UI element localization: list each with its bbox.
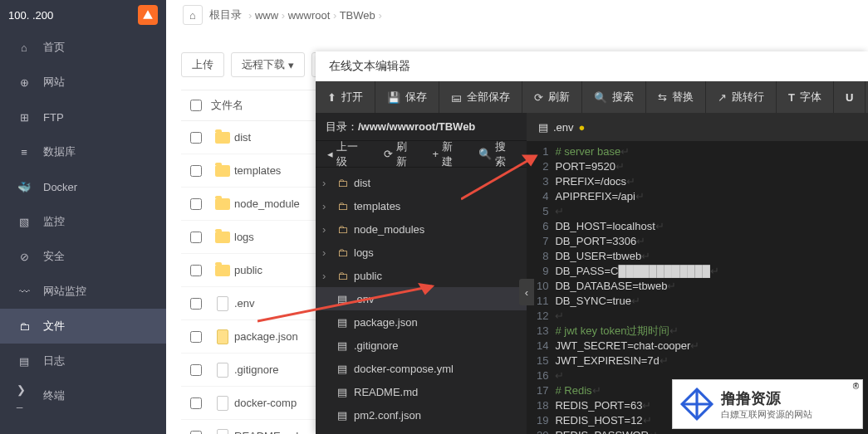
replace-button[interactable]: ⇆替换 xyxy=(646,81,706,113)
sidebar-item-4[interactable]: 🐳Docker xyxy=(0,169,166,204)
home-icon[interactable]: ⌂ xyxy=(183,5,203,25)
code-line[interactable]: ↵ xyxy=(555,204,719,219)
file-icon xyxy=(217,329,228,344)
file-icon: ▤ xyxy=(336,316,349,329)
row-checkbox[interactable] xyxy=(190,165,202,177)
tree-item[interactable]: ▤ docker-compose.yml xyxy=(316,357,527,380)
row-checkbox[interactable] xyxy=(190,298,202,310)
code-line[interactable]: JWT_SECRET=chat-cooper↵ xyxy=(555,339,719,354)
save-all-button[interactable]: 🖴全部保存 xyxy=(439,81,522,113)
code-line[interactable]: PREFIX=/docs↵ xyxy=(555,174,719,189)
sidebar-label: 网站 xyxy=(43,75,65,90)
code-line[interactable]: REDIS_PASSWOR↵ xyxy=(555,428,719,434)
sidebar-item-0[interactable]: ⌂首页 xyxy=(0,30,166,65)
sidebar-icon: ⊘ xyxy=(17,251,32,263)
code-line[interactable]: PORT=9520↵ xyxy=(555,159,719,174)
code-line[interactable]: DB_PORT=3306↵ xyxy=(555,234,719,249)
file-icon: ▤ xyxy=(336,293,349,305)
collapse-handle[interactable]: ‹ xyxy=(519,279,534,305)
code-line[interactable]: DB_USER=tbweb↵ xyxy=(555,249,719,264)
code-line[interactable]: ↵ xyxy=(555,309,719,324)
refresh-button[interactable]: ⟳刷新 xyxy=(522,81,582,113)
server-ip: 100. .200 xyxy=(8,9,138,22)
up-level-button[interactable]: ◂上一级 xyxy=(321,137,374,172)
panel-refresh-button[interactable]: ⟳刷新 xyxy=(377,137,423,172)
file-tab[interactable]: ▤.env ● xyxy=(527,113,868,141)
column-name[interactable]: 文件名 xyxy=(211,98,243,113)
sidebar-item-2[interactable]: ⊞FTP xyxy=(0,100,166,134)
breadcrumb-part[interactable]: www xyxy=(255,9,278,22)
tree-item[interactable]: ▤ pm2.conf.json xyxy=(316,403,527,427)
warning-icon: ● xyxy=(579,121,586,134)
tree-item[interactable]: ▤ package.json xyxy=(316,310,527,334)
path-label: 目录： xyxy=(326,119,358,134)
tree-item-label: dist xyxy=(354,177,370,189)
code-line[interactable]: # server base↵ xyxy=(555,144,719,159)
breadcrumb-part[interactable]: TBWeb xyxy=(340,9,375,22)
panel-search-button[interactable]: 🔍搜索 xyxy=(472,137,522,172)
row-checkbox[interactable] xyxy=(190,265,202,276)
tree-item[interactable]: ▤ .env xyxy=(316,287,527,310)
row-checkbox[interactable] xyxy=(190,198,202,210)
breadcrumb-part[interactable]: wwwroot xyxy=(288,9,331,22)
tree-item[interactable]: › 🗀 templates xyxy=(316,194,527,217)
code-line[interactable]: DB_DATABASE=tbweb↵ xyxy=(555,279,719,294)
row-checkbox[interactable] xyxy=(190,331,202,343)
tree-item[interactable]: › 🗀 dist xyxy=(316,171,527,194)
sidebar-item-8[interactable]: 🗀文件 xyxy=(0,309,166,344)
sidebar-label: 首页 xyxy=(43,40,65,55)
row-checkbox[interactable] xyxy=(190,232,202,243)
line-number: 11 xyxy=(537,294,548,309)
sidebar-label: 数据库 xyxy=(43,144,76,159)
chevron-right-icon: › xyxy=(282,9,285,22)
code-line[interactable]: JWT_EXPIRESIN=7d↵ xyxy=(555,354,719,368)
caret-icon: › xyxy=(322,246,331,259)
line-number: 15 xyxy=(537,354,548,368)
row-checkbox[interactable] xyxy=(190,132,202,144)
sidebar-item-5[interactable]: ▧监控 xyxy=(0,204,166,239)
file-name: .gitignore xyxy=(234,363,278,376)
remote-download-button[interactable]: 远程下载 ▾ xyxy=(231,52,305,77)
sidebar-item-3[interactable]: ≡数据库 xyxy=(0,134,166,169)
code-line[interactable]: DB_HOST=localhost↵ xyxy=(555,219,719,234)
code-line[interactable]: APIPREFIX=/api↵ xyxy=(555,189,719,204)
line-number: 14 xyxy=(537,339,548,354)
badge-icon[interactable] xyxy=(138,5,158,25)
tree-item[interactable]: › 🗀 node_modules xyxy=(316,217,527,241)
tree-item-label: README.md xyxy=(354,386,418,398)
sidebar-item-6[interactable]: ⊘安全 xyxy=(0,239,166,274)
tree-item[interactable]: › 🗀 public xyxy=(316,264,527,287)
upload-icon: ⬆ xyxy=(327,91,336,104)
save-button[interactable]: 💾保存 xyxy=(375,81,439,113)
select-all-checkbox[interactable] xyxy=(190,100,202,111)
sidebar-icon: ▧ xyxy=(17,216,32,228)
sidebar-icon: 〰 xyxy=(17,285,32,298)
row-checkbox[interactable] xyxy=(190,431,202,435)
search-button[interactable]: 🔍搜索 xyxy=(582,81,646,113)
font-icon: T xyxy=(788,91,795,104)
tree-item[interactable]: › 🗀 logs xyxy=(316,241,527,264)
row-checkbox[interactable] xyxy=(190,364,202,376)
open-button[interactable]: ⬆打开 xyxy=(316,81,375,113)
font-button[interactable]: T字体 xyxy=(777,81,834,113)
sidebar-item-10[interactable]: ❯_终端 xyxy=(0,378,166,413)
replace-icon: ⇆ xyxy=(658,91,667,104)
goto-button[interactable]: ↗跳转行 xyxy=(706,81,777,113)
upload-button[interactable]: 上传 xyxy=(181,52,224,77)
code-line[interactable]: # jwt key token过期时间↵ xyxy=(555,324,719,339)
u-button[interactable]: U xyxy=(834,81,866,113)
sidebar-item-7[interactable]: 〰网站监控 xyxy=(0,274,166,309)
code-line[interactable]: DB_PASS=C████████████↵ xyxy=(555,264,719,279)
panel-new-button[interactable]: +新建 xyxy=(426,137,469,172)
file-icon: ▤ xyxy=(336,339,349,352)
tree-item[interactable]: ▤ .gitignore xyxy=(316,334,527,357)
sidebar-item-9[interactable]: ▤日志 xyxy=(0,344,166,378)
editor-title: 在线文本编辑器 xyxy=(316,51,868,81)
tree-item[interactable]: ▤ README.md xyxy=(316,380,527,403)
code-line[interactable]: DB_SYNC=true↵ xyxy=(555,294,719,309)
breadcrumb-root[interactable]: 根目录 xyxy=(209,7,242,22)
row-checkbox[interactable] xyxy=(190,397,202,409)
line-number: 7 xyxy=(537,234,548,249)
sidebar-item-1[interactable]: ⊕网站 xyxy=(0,65,166,100)
search-icon: 🔍 xyxy=(478,148,492,160)
